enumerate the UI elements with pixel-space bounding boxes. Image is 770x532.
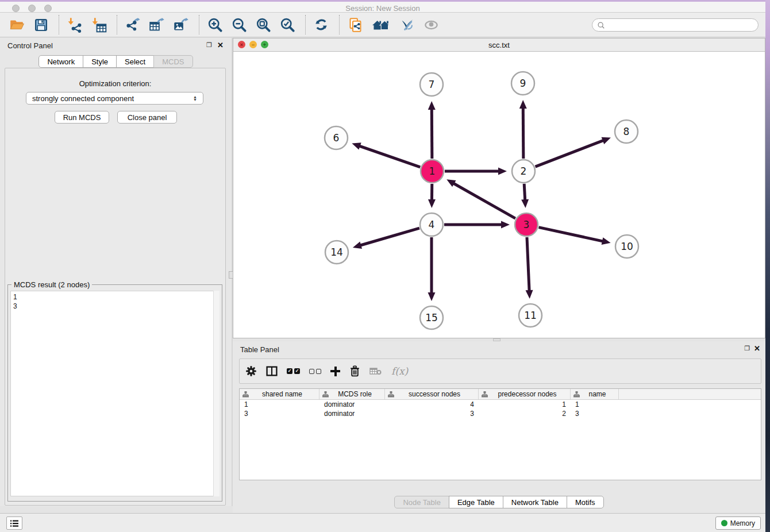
search-input[interactable]	[605, 20, 758, 30]
close-panel-icon[interactable]: ✕	[754, 345, 760, 352]
edge-1-6[interactable]	[359, 146, 421, 167]
column-header-successor-nodes[interactable]: successor nodes	[385, 389, 479, 399]
edge-arrowhead	[519, 100, 527, 109]
mcds-result-text[interactable]: 1 3	[10, 291, 220, 496]
zoom-out-icon[interactable]	[230, 16, 248, 33]
zoom-selected-icon[interactable]	[279, 16, 296, 33]
mcds-result-group-title: MCDS result (2 nodes)	[11, 280, 92, 289]
node-label-8: 8	[623, 126, 630, 137]
edge-3-11[interactable]	[527, 237, 529, 291]
table-row[interactable]: 3dominator323	[240, 409, 761, 418]
edge-1-7[interactable]	[432, 109, 432, 159]
table-cell: 3	[571, 409, 619, 418]
float-panel-icon[interactable]: ❐	[744, 345, 750, 352]
export-table-icon[interactable]	[148, 16, 165, 33]
gear-icon[interactable]	[245, 364, 257, 378]
table-cell: 1	[479, 400, 571, 409]
edge-arrowhead	[498, 168, 507, 175]
split-panel-icon[interactable]	[266, 364, 278, 378]
zoom-in-icon[interactable]	[206, 16, 224, 33]
search-box[interactable]	[592, 18, 759, 32]
edge-3-1[interactable]	[453, 183, 515, 218]
export-network-icon[interactable]	[124, 16, 141, 33]
memory-button[interactable]: Memory	[715, 516, 761, 530]
zoom-fit-icon[interactable]	[255, 16, 272, 33]
node-table: shared nameMCDS rolesuccessor nodesprede…	[239, 388, 761, 480]
network-window-title: scc.txt	[233, 41, 765, 49]
toolbar-separator	[305, 15, 306, 34]
node-label-15: 15	[425, 312, 438, 323]
main-toolbar	[0, 13, 765, 37]
float-panel-icon[interactable]: ❐	[206, 42, 212, 48]
eye-disabled-icon	[422, 16, 440, 33]
toolbar-separator	[339, 15, 340, 34]
open-session-icon[interactable]	[8, 16, 25, 33]
tab-mcds[interactable]: MCDS	[153, 55, 192, 68]
column-header-shared-name[interactable]: shared name	[240, 389, 319, 399]
node-label-2: 2	[521, 165, 527, 177]
table-cell: 3	[240, 409, 319, 418]
select-all-icon[interactable]: ✓ ✓	[287, 364, 300, 378]
edge-3-10[interactable]	[538, 228, 603, 241]
save-session-icon[interactable]	[32, 16, 49, 33]
column-type-icon	[242, 391, 249, 398]
memory-status-icon	[721, 520, 727, 526]
edge-arrowhead	[521, 199, 529, 208]
control-panel-title: Control Panel	[7, 41, 53, 50]
desktop-edge-right	[765, 0, 770, 532]
copy-network-view-icon[interactable]	[346, 16, 364, 33]
edge-arrowhead	[602, 237, 611, 245]
network-view-window: × − + scc.txt 7968124314101511	[233, 38, 765, 338]
table-cell: dominator	[319, 400, 385, 409]
home-icon[interactable]	[371, 16, 391, 33]
node-label-7: 7	[429, 79, 435, 90]
close-panel-icon[interactable]: ✕	[217, 41, 224, 49]
tab-style[interactable]: Style	[83, 55, 117, 68]
table-panel-title: Table Panel	[240, 345, 279, 354]
close-panel-button[interactable]: Close panel	[117, 111, 177, 124]
tab-edge-table[interactable]: Edge Table	[449, 496, 503, 508]
tab-motifs[interactable]: Motifs	[567, 496, 604, 508]
table-row[interactable]: 1dominator411	[240, 400, 761, 409]
mcds-panel-body: Optimization criterion: strongly connect…	[5, 68, 226, 506]
task-history-button[interactable]	[6, 516, 22, 530]
mcds-result-group: MCDS result (2 nodes) 1 3	[7, 284, 222, 502]
import-network-icon[interactable]	[66, 16, 83, 33]
optimization-criterion-dropdown[interactable]: strongly connected component ▲▼	[26, 92, 203, 105]
unchecked-box-icon	[309, 369, 314, 374]
tab-network-table[interactable]: Network Table	[503, 496, 567, 508]
mcds-result-scrollbar[interactable]	[213, 291, 220, 496]
edge-4-14[interactable]	[360, 228, 419, 245]
import-table-icon[interactable]	[90, 16, 107, 33]
edge-2-8[interactable]	[536, 140, 604, 167]
edge-2-9[interactable]	[523, 107, 523, 159]
tab-network[interactable]: Network	[38, 55, 83, 68]
column-header-name[interactable]: name	[571, 389, 619, 399]
column-type-icon	[388, 391, 394, 398]
network-canvas[interactable]: 7968124314101511	[233, 52, 765, 338]
column-type-icon	[573, 391, 580, 398]
node-label-6: 6	[333, 132, 340, 144]
node-label-11: 11	[524, 310, 537, 321]
table-toolbar: ✓ ✓ f(x)	[239, 358, 761, 384]
optimization-criterion-label: Optimization criterion:	[5, 79, 225, 88]
delete-icon[interactable]	[349, 364, 360, 378]
network-graph[interactable]: 7968124314101511	[233, 52, 765, 338]
tab-select[interactable]: Select	[116, 55, 154, 68]
table-panel: Table Panel ❐ ✕ ✓ ✓ f(x) shared nameMCDS…	[233, 341, 765, 513]
edge-2-3[interactable]	[524, 184, 525, 201]
column-header-predecessor-nodes[interactable]: predecessor nodes	[479, 389, 571, 399]
column-header-mcds-role[interactable]: MCDS role	[319, 389, 385, 399]
deselect-all-icon[interactable]	[309, 364, 321, 378]
hide-graphics-details-icon[interactable]	[398, 16, 415, 33]
apply-layout-icon[interactable]	[313, 16, 330, 33]
run-mcds-button[interactable]: Run MCDS	[55, 111, 109, 124]
tab-node-table[interactable]: Node Table	[394, 496, 449, 508]
search-icon	[597, 21, 605, 29]
table-header: shared nameMCDS rolesuccessor nodesprede…	[240, 389, 761, 400]
edge-arrowhead	[428, 199, 436, 208]
add-column-icon[interactable]	[330, 364, 340, 378]
column-type-icon	[322, 391, 329, 398]
export-image-icon[interactable]	[172, 16, 190, 33]
node-label-10: 10	[621, 241, 633, 252]
